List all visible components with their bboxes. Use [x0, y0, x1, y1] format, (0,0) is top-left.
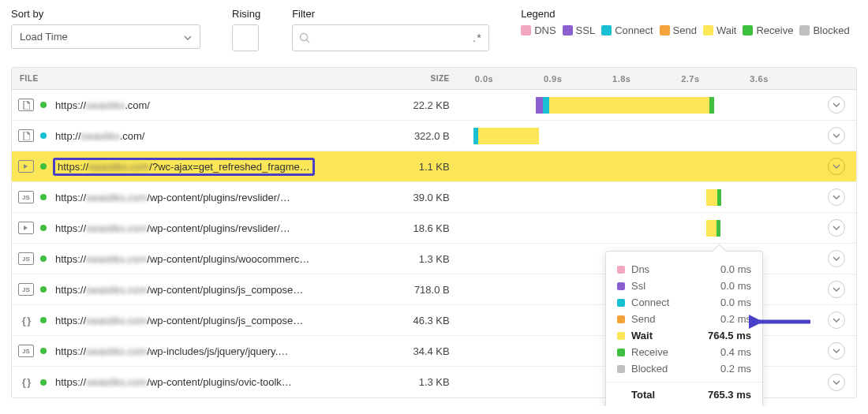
request-url: https://swastiks.com/wp-content/plugins/… [55, 192, 290, 203]
requests-grid: FILE SIZE 0.0s0.9s1.8s2.7s3.6s https://s… [11, 67, 857, 398]
status-dot [40, 102, 47, 108]
rising-label: Rising [232, 8, 260, 20]
expand-button[interactable] [828, 281, 845, 298]
filter-wildcard-icon: .* [473, 32, 482, 44]
tooltip-row: Dns0.0 ms [617, 261, 751, 278]
expand-button[interactable] [828, 342, 845, 360]
expand-button[interactable] [828, 96, 845, 114]
filter-input-wrap[interactable]: .* [292, 24, 489, 51]
request-row[interactable]: https://swastiks.com/22.2 KB [12, 90, 856, 121]
timeline-bar[interactable] [473, 182, 817, 212]
request-size: 22.2 KB [324, 99, 473, 111]
status-dot [40, 163, 47, 170]
legend-item: Connect [601, 24, 653, 36]
request-url: http://swastiks.com/ [55, 130, 144, 142]
request-row[interactable]: https://swastiks.com/wp-content/plugins/… [12, 213, 856, 244]
request-row[interactable]: JShttps://swastiks.com/wp-content/plugin… [12, 182, 856, 213]
expand-button[interactable] [828, 311, 845, 329]
request-size: 18.6 KB [324, 222, 473, 234]
expand-button[interactable] [828, 158, 845, 175]
request-size: 39.0 KB [324, 192, 473, 203]
status-dot [40, 255, 47, 262]
request-url: https://swastiks.com/wp-content/plugins/… [55, 376, 292, 388]
timeline-bar[interactable] [473, 213, 817, 243]
timing-tooltip: Dns0.0 msSsl0.0 msConnect0.0 msSend0.2 m… [605, 251, 763, 406]
timeline-tick: 1.8s [611, 74, 679, 84]
expand-button[interactable] [828, 374, 845, 391]
sort-by-label: Sort by [11, 8, 200, 20]
request-url: https://swastiks.com/wp-content/plugins/… [55, 284, 303, 296]
document-icon [18, 99, 34, 111]
tooltip-total-label: Total [631, 389, 708, 401]
status-dot [40, 225, 47, 231]
legend-item: SSL [563, 24, 596, 36]
status-dot [40, 379, 47, 386]
timeline-segment [716, 220, 721, 237]
timeline-segment [473, 128, 479, 144]
request-size: 1.3 KB [324, 253, 473, 265]
sort-by-select[interactable]: Load Time [11, 24, 200, 49]
legend-item: Send [660, 24, 697, 36]
column-size[interactable]: SIZE [324, 74, 473, 83]
controls-bar: Sort by Load Time Rising Filter .* Legen… [11, 8, 857, 51]
timeline-bar[interactable] [473, 90, 817, 120]
tooltip-row: Receive0.4 ms [617, 344, 751, 360]
chevron-down-icon [184, 31, 192, 43]
xhr-icon [18, 222, 34, 234]
tooltip-row: Blocked0.2 ms [617, 360, 751, 377]
request-size: 322.0 B [324, 130, 473, 142]
legend-item: Wait [703, 24, 737, 36]
timeline-tick: 3.6s [748, 74, 817, 84]
timeline-segment [717, 189, 722, 206]
timeline-segment [706, 220, 716, 237]
js-icon: JS [18, 345, 34, 357]
tooltip-row: Wait764.5 ms [617, 327, 751, 344]
expand-button[interactable] [828, 127, 845, 144]
svg-line-1 [307, 40, 310, 43]
timeline-tick: 0.9s [542, 74, 611, 84]
timeline-segment [478, 128, 539, 144]
js-icon: JS [18, 252, 34, 265]
request-size: 1.1 KB [324, 161, 473, 173]
request-size: 718.0 B [324, 284, 473, 296]
expand-button[interactable] [828, 250, 845, 267]
legend-title: Legend [521, 8, 850, 20]
request-url: https://swastiks.com/wp-content/plugins/… [55, 253, 309, 265]
request-size: 46.3 KB [324, 315, 473, 326]
timeline-segment [549, 97, 709, 114]
column-file[interactable]: FILE [12, 74, 324, 83]
legend-items: DNSSSLConnectSendWaitReceiveBlocked [521, 24, 850, 36]
request-url: https://swastiks.com/wp-content/plugins/… [55, 222, 290, 234]
annotation-arrow-icon [749, 312, 812, 334]
filter-label: Filter [292, 8, 489, 20]
status-dot [40, 348, 47, 354]
timeline-segment [543, 97, 549, 114]
tooltip-total-value: 765.3 ms [708, 389, 751, 401]
filter-input[interactable] [310, 32, 473, 44]
tooltip-row: Connect0.0 ms [617, 294, 751, 311]
legend-item: DNS [521, 24, 556, 36]
request-url: https://swastiks.com/?wc-ajax=get_refres… [58, 161, 310, 173]
search-icon [299, 32, 310, 43]
grid-header: FILE SIZE 0.0s0.9s1.8s2.7s3.6s [12, 68, 856, 90]
request-url: https://swastiks.com/wp-content/plugins/… [55, 315, 303, 326]
xhr-icon [18, 160, 34, 173]
status-dot [40, 194, 47, 200]
request-size: 34.4 KB [324, 345, 473, 357]
rising-toggle[interactable] [232, 24, 259, 51]
request-row[interactable]: https://swastiks.com/?wc-ajax=get_refres… [12, 151, 856, 182]
legend-item: Receive [743, 24, 793, 36]
expand-button[interactable] [828, 188, 845, 206]
timeline-bar[interactable] [473, 121, 817, 151]
document-icon [18, 129, 34, 142]
timeline-segment [473, 159, 821, 175]
legend-item: Blocked [799, 24, 849, 36]
request-size: 1.3 KB [324, 376, 473, 388]
timeline-tick: 2.7s [679, 74, 748, 84]
timeline-bar[interactable] [473, 151, 817, 181]
request-url: https://swastiks.com/wp-includes/js/jque… [55, 345, 288, 357]
timeline-segment [536, 97, 543, 114]
expand-button[interactable] [828, 219, 845, 237]
status-dot [40, 132, 47, 139]
request-row[interactable]: http://swastiks.com/322.0 B [12, 121, 856, 151]
